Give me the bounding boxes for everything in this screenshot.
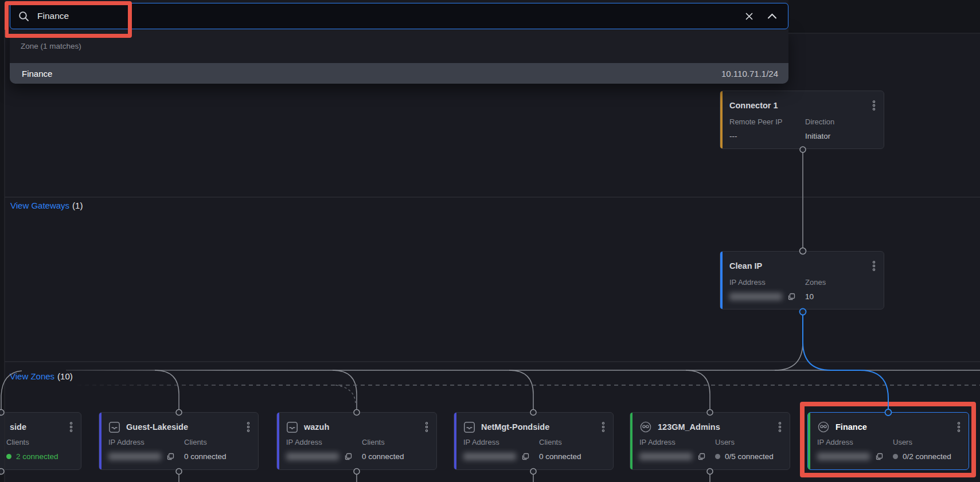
field-label: IP Address: [286, 438, 352, 446]
field-label: Users: [893, 438, 951, 446]
zone-card-123gm-admins[interactable]: 123GM_Admins IP Address Users 0/5 connec…: [630, 412, 790, 470]
results-group-header: Zone (1 matches): [10, 29, 788, 63]
kebab-menu-icon[interactable]: [870, 99, 878, 112]
redacted-ip-value: [286, 453, 339, 460]
zone-col2: Clients 0 connected: [362, 438, 404, 461]
field-value: 0 connected: [184, 452, 227, 461]
top-right-strip: [788, 0, 980, 33]
user-zone-icon: [639, 421, 652, 433]
kebab-menu-icon[interactable]: [599, 420, 607, 434]
search-icon: [18, 10, 30, 22]
field-label: IP Address: [729, 278, 795, 287]
kebab-menu-icon[interactable]: [870, 259, 878, 273]
field-value: 0/2 connected: [903, 452, 951, 461]
zone-title: side: [10, 422, 26, 432]
clear-search-icon[interactable]: [744, 11, 755, 22]
connector-card[interactable]: Connector 1 Remote Peer IP --- Direction…: [720, 91, 884, 149]
view-zones-link[interactable]: View Zones(10): [10, 371, 73, 381]
kebab-menu-icon[interactable]: [244, 420, 252, 434]
zone-col1: IP Address: [639, 438, 705, 461]
zone-col2: Users 0/2 connected: [893, 438, 951, 461]
view-zones-label[interactable]: View Zones: [10, 371, 54, 381]
view-gateways-link[interactable]: View Gateways(1): [10, 201, 83, 210]
field-label: Clients: [184, 438, 227, 446]
zone-card-side[interactable]: side Clients 2 connected: [0, 412, 81, 470]
field-label: IP Address: [639, 438, 705, 446]
gateway-card[interactable]: Clean IP IP Address Zones 10: [720, 251, 884, 309]
left-edge-strip: [0, 0, 5, 482]
network-zone-icon: [286, 421, 298, 433]
search-input-value[interactable]: Finance: [37, 11, 69, 21]
gateway-card-title: Clean IP: [729, 261, 762, 271]
zone-title: Guest-Lakeside: [126, 422, 188, 432]
field-label: Clients: [539, 438, 581, 446]
status-dot: [893, 454, 898, 459]
kebab-menu-icon[interactable]: [67, 420, 75, 434]
copy-icon[interactable]: [875, 453, 883, 461]
zone-card-finance[interactable]: Finance IP Address Users 0/2 connected: [807, 412, 969, 470]
kebab-menu-icon[interactable]: [423, 420, 431, 434]
status-dot: [715, 454, 720, 459]
redacted-ip-value: [817, 453, 870, 460]
search-bar[interactable]: Finance: [10, 3, 788, 29]
field-value: 0 connected: [362, 452, 404, 461]
field-label: Clients: [362, 438, 404, 446]
zone-title: Finance: [835, 422, 867, 432]
kebab-menu-icon[interactable]: [776, 420, 784, 434]
zone-accent-bar: [630, 413, 632, 469]
copy-icon[interactable]: [521, 453, 529, 461]
zone-col1: IP Address: [108, 438, 174, 461]
connector-accent-bar: [720, 91, 723, 148]
redacted-ip-value: [729, 293, 782, 300]
field-value: 0/5 connected: [725, 452, 774, 461]
redacted-ip-value: [108, 453, 161, 460]
zone-card-netmgt-pondside[interactable]: NetMgt-Pondside IP Address Clients 0 con…: [454, 412, 614, 470]
redacted-ip-value: [639, 453, 692, 460]
view-gateways-label[interactable]: View Gateways: [10, 201, 69, 210]
copy-icon[interactable]: [697, 453, 705, 461]
zone-title: 123GM_Admins: [658, 422, 720, 432]
search-result-row[interactable]: Finance 10.110.71.1/24: [10, 63, 788, 84]
field-label: IP Address: [817, 438, 883, 446]
result-detail: 10.110.71.1/24: [721, 69, 778, 79]
zone-accent-bar: [454, 413, 456, 469]
zone-title: NetMgt-Pondside: [481, 422, 549, 432]
redacted-ip-value: [463, 453, 516, 460]
zone-col2: Clients 2 connected: [6, 438, 58, 461]
user-zone-icon: [817, 421, 830, 433]
field-value: 0 connected: [539, 452, 581, 461]
zone-accent-bar: [808, 413, 810, 469]
kebab-menu-icon[interactable]: [955, 420, 963, 434]
field-label: Clients: [6, 438, 58, 446]
network-zone-icon: [108, 421, 120, 433]
field-label: IP Address: [463, 438, 529, 446]
zone-accent-bar: [99, 413, 101, 469]
status-dot: [6, 454, 11, 459]
zone-accent-bar: [277, 413, 279, 469]
field-value: ---: [729, 132, 783, 140]
zone-col1: IP Address: [286, 438, 352, 461]
connector-card-title: Connector 1: [729, 101, 778, 110]
field-label: Users: [715, 438, 774, 446]
field-label: Direction: [805, 117, 834, 126]
field-label: Remote Peer IP: [729, 117, 783, 126]
network-topology-canvas: View Gateways(1) View Zones(10) Connecto…: [0, 0, 980, 482]
chevron-up-icon[interactable]: [766, 11, 779, 21]
copy-icon[interactable]: [787, 293, 795, 301]
zone-col1: IP Address: [817, 438, 883, 461]
copy-icon[interactable]: [166, 453, 174, 461]
view-zones-count: (10): [57, 371, 73, 381]
zone-col2: Clients 0 connected: [184, 438, 227, 461]
zone-col2: Users 0/5 connected: [715, 438, 774, 461]
copy-icon[interactable]: [344, 453, 352, 461]
zone-col2: Clients 0 connected: [539, 438, 581, 461]
zone-card-guest-lakeside[interactable]: Guest-Lakeside IP Address Clients 0 conn…: [99, 412, 259, 470]
field-label: IP Address: [108, 438, 174, 446]
gateway-accent-bar: [720, 252, 723, 309]
view-gateways-count: (1): [72, 201, 83, 210]
network-zone-icon: [463, 421, 475, 433]
field-label: Zones: [805, 278, 826, 287]
field-value: Initiator: [805, 132, 834, 140]
zone-card-wazuh[interactable]: wazuh IP Address Clients 0 connected: [276, 412, 437, 470]
result-name: Finance: [22, 69, 52, 79]
